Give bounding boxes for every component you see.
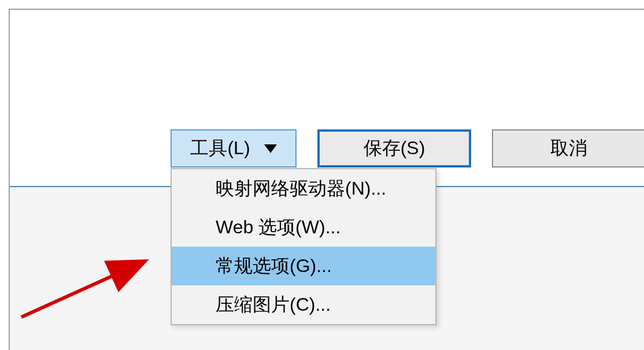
menu-item-label: 映射网络驱动器(N)...: [216, 176, 386, 202]
annotation-arrow-icon: [10, 236, 160, 323]
tools-button-label: 工具(L): [190, 136, 250, 161]
cancel-button[interactable]: 取消: [492, 129, 644, 167]
menu-item-label: 压缩图片(C)...: [216, 292, 331, 318]
save-button-label: 保存(S): [364, 136, 425, 161]
menu-item-web-options[interactable]: Web 选项(W)...: [172, 208, 435, 247]
svg-line-1: [21, 262, 143, 317]
menu-item-general-options[interactable]: 常规选项(G)...: [172, 247, 435, 285]
menu-item-compress-pictures[interactable]: 压缩图片(C)...: [172, 285, 435, 324]
chevron-down-icon: [264, 144, 277, 153]
menu-item-label: Web 选项(W)...: [216, 215, 340, 240]
dialog-frame: 工具(L) 保存(S) 取消 映射网络驱动器(N)... Web 选项(W)..…: [9, 9, 644, 350]
menu-item-label: 常规选项(G)...: [216, 254, 332, 279]
tools-dropdown-button[interactable]: 工具(L): [171, 129, 297, 167]
cancel-button-label: 取消: [550, 136, 587, 161]
save-button[interactable]: 保存(S): [317, 129, 471, 167]
dialog-button-row: 工具(L) 保存(S) 取消: [171, 129, 644, 167]
menu-item-map-network-drive[interactable]: 映射网络驱动器(N)...: [172, 169, 435, 208]
tools-dropdown-menu: 映射网络驱动器(N)... Web 选项(W)... 常规选项(G)... 压缩…: [171, 168, 436, 325]
